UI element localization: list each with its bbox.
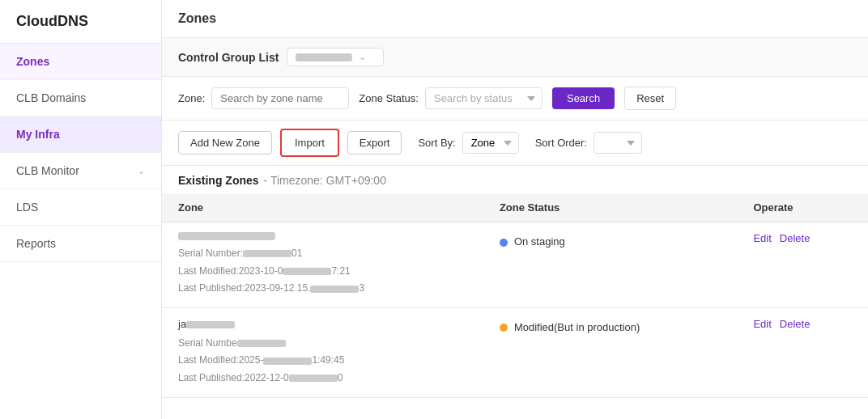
sidebar: CloudDNS Zones CLB Domains My Infra CLB … — [0, 0, 162, 419]
search-bar: Zone: Zone Status: Search by status Sear… — [162, 77, 868, 121]
zone-cell-2: ja Serial Numbe Last Modified:2025-1:49:… — [162, 307, 483, 397]
zone-meta-1: Serial Number:01 Last Modified:2023-10-0… — [178, 245, 467, 298]
zones-table: Zone Zone Status Operate Serial Number:0… — [162, 193, 868, 398]
search-button[interactable]: Search — [552, 87, 615, 109]
sidebar-item-label: CLB Domains — [16, 91, 86, 104]
control-group-placeholder — [296, 53, 352, 61]
control-group-bar: Control Group List ⌄ — [162, 38, 868, 77]
sidebar-item-label: Reports — [16, 237, 56, 250]
zone-name-redacted — [178, 232, 275, 240]
published-redacted-2 — [289, 375, 338, 382]
zone-prefix-2: ja — [178, 318, 186, 330]
import-btn-wrapper: Import — [280, 129, 339, 157]
published-redacted — [310, 286, 359, 293]
reset-button[interactable]: Reset — [624, 87, 676, 110]
edit-link-2[interactable]: Edit — [753, 318, 771, 330]
col-zone-status: Zone Status — [483, 193, 737, 222]
sort-by-select[interactable]: Zone — [462, 132, 519, 154]
table-row: ja Serial Numbe Last Modified:2025-1:49:… — [162, 307, 868, 397]
status-dot-blue — [500, 239, 508, 247]
zone-label: Zone: — [178, 92, 205, 104]
zone-status-label: Zone Status: — [359, 92, 419, 104]
app-logo: CloudDNS — [0, 0, 161, 44]
sort-order-select[interactable] — [594, 132, 642, 154]
serial-redacted — [243, 250, 291, 257]
export-button[interactable]: Export — [347, 131, 402, 154]
zone-meta-2: Serial Numbe Last Modified:2025-1:49:45 … — [178, 335, 467, 387]
status-cell-2: Modified(But in production) — [483, 307, 737, 397]
sidebar-item-label: CLB Monitor — [16, 164, 79, 177]
sidebar-item-zones[interactable]: Zones — [0, 44, 161, 80]
sort-order-label: Sort Order: — [535, 137, 587, 149]
sidebar-item-my-infra[interactable]: My Infra — [0, 116, 161, 153]
main-content: Zones Control Group List ⌄ Zone: Zone St… — [162, 0, 868, 419]
sidebar-item-label: LDS — [16, 201, 38, 214]
operate-cell-2: Edit Delete — [737, 307, 868, 397]
zone-cell-1: Serial Number:01 Last Modified:2023-10-0… — [162, 222, 483, 308]
sidebar-item-lds[interactable]: LDS — [0, 189, 161, 226]
zone-name-redacted-2 — [186, 321, 235, 328]
control-group-label: Control Group List — [178, 51, 279, 64]
delete-link-2[interactable]: Delete — [780, 318, 811, 330]
zone-status-group: Zone Status: Search by status — [359, 87, 542, 109]
sort-by-label: Sort By: — [418, 137, 455, 149]
sidebar-item-label: Zones — [16, 55, 49, 68]
add-zone-button[interactable]: Add New Zone — [178, 131, 272, 154]
col-zone: Zone — [162, 193, 483, 222]
status-text-1: On staging — [514, 235, 565, 248]
col-operate: Operate — [737, 193, 868, 222]
status-text-2: Modified(But in production) — [514, 321, 640, 333]
delete-link-1[interactable]: Delete — [780, 232, 811, 244]
control-group-select[interactable]: ⌄ — [287, 48, 384, 66]
sidebar-item-clb-domains[interactable]: CLB Domains — [0, 80, 161, 116]
zone-status-select[interactable]: Search by status — [425, 87, 542, 109]
zone-name-input[interactable] — [211, 87, 349, 109]
modified-redacted-2 — [263, 358, 312, 365]
chevron-down-icon: ⌄ — [138, 166, 145, 176]
sidebar-item-reports[interactable]: Reports — [0, 226, 161, 262]
chevron-down-icon: ⌄ — [359, 52, 366, 62]
edit-link-1[interactable]: Edit — [753, 232, 771, 244]
sort-order-group: Sort Order: — [535, 132, 642, 154]
existing-zones-title: Existing Zones — [178, 174, 259, 187]
sidebar-item-clb-monitor[interactable]: CLB Monitor ⌄ — [0, 153, 161, 189]
serial-redacted-2 — [237, 340, 286, 347]
status-dot-orange — [500, 324, 508, 332]
operate-cell-1: Edit Delete — [737, 222, 868, 308]
page-title: Zones — [162, 0, 868, 38]
existing-zones-header: Existing Zones - Timezone: GMT+09:00 — [162, 166, 868, 193]
table-row: Serial Number:01 Last Modified:2023-10-0… — [162, 222, 868, 308]
sidebar-item-label: My Infra — [16, 128, 60, 141]
modified-redacted — [283, 268, 331, 275]
sort-by-group: Sort By: Zone — [418, 132, 518, 154]
actions-bar: Add New Zone Import Export Sort By: Zone… — [162, 121, 868, 166]
zone-search-group: Zone: — [178, 87, 349, 109]
existing-zones-timezone: - Timezone: GMT+09:00 — [264, 174, 386, 187]
import-button[interactable]: Import — [283, 132, 336, 154]
status-cell-1: On staging — [483, 222, 737, 308]
